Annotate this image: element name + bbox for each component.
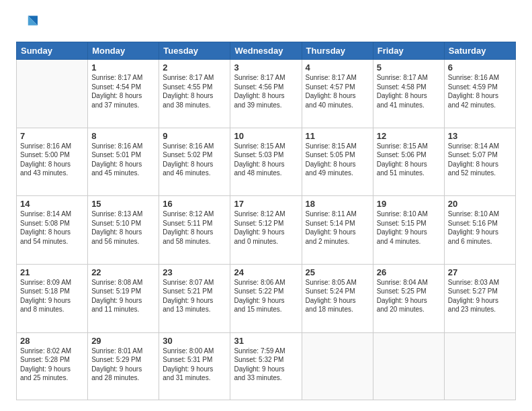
calendar-cell: [302, 332, 373, 400]
day-number: 12: [377, 131, 441, 141]
daylight-text: Daylight: 9 hours: [20, 365, 84, 374]
sunset-text: Sunset: 5:08 PM: [20, 219, 84, 228]
sunrise-text: Sunrise: 8:14 AM: [20, 210, 84, 219]
sunrise-text: Sunrise: 8:04 AM: [377, 278, 441, 287]
calendar-cell: 31Sunrise: 7:59 AMSunset: 5:32 PMDayligh…: [230, 332, 302, 400]
day-number: 9: [163, 131, 226, 141]
sunset-text: Sunset: 5:24 PM: [306, 287, 369, 296]
calendar-cell: 13Sunrise: 8:14 AMSunset: 5:07 PMDayligh…: [444, 128, 515, 196]
weekday-header-row: SundayMondayTuesdayWednesdayThursdayFrid…: [17, 42, 516, 60]
daylight-minutes-text: and 23 minutes.: [448, 305, 512, 314]
daylight-minutes-text: and 37 minutes.: [91, 101, 155, 110]
calendar-cell: 30Sunrise: 8:00 AMSunset: 5:31 PMDayligh…: [159, 332, 230, 400]
calendar-cell: 25Sunrise: 8:05 AMSunset: 5:24 PMDayligh…: [302, 264, 373, 332]
sunset-text: Sunset: 5:03 PM: [234, 150, 298, 160]
sunset-text: Sunset: 5:12 PM: [234, 219, 298, 228]
daylight-text: Daylight: 8 hours: [234, 91, 298, 101]
calendar-cell: 3Sunrise: 8:17 AMSunset: 4:56 PMDaylight…: [230, 60, 302, 128]
sunrise-text: Sunrise: 8:05 AM: [306, 278, 369, 287]
sunset-text: Sunset: 4:56 PM: [234, 83, 298, 92]
daylight-text: Daylight: 8 hours: [448, 160, 512, 169]
day-number: 2: [163, 62, 226, 73]
daylight-text: Daylight: 9 hours: [163, 296, 226, 306]
calendar-cell: 18Sunrise: 8:11 AMSunset: 5:14 PMDayligh…: [302, 196, 373, 265]
sunset-text: Sunset: 5:06 PM: [377, 150, 441, 160]
day-number: 21: [20, 267, 84, 277]
daylight-text: Daylight: 8 hours: [377, 91, 441, 101]
daylight-minutes-text: and 33 minutes.: [234, 373, 298, 383]
daylight-minutes-text: and 51 minutes.: [377, 169, 441, 178]
sunset-text: Sunset: 5:16 PM: [448, 219, 512, 228]
weekday-header-tuesday: Tuesday: [159, 42, 230, 60]
daylight-text: Daylight: 9 hours: [448, 228, 512, 237]
calendar-cell: 27Sunrise: 8:03 AMSunset: 5:27 PMDayligh…: [444, 264, 515, 332]
day-number: 23: [163, 267, 226, 277]
daylight-minutes-text: and 28 minutes.: [91, 373, 155, 383]
sunset-text: Sunset: 4:58 PM: [377, 83, 441, 92]
sunrise-text: Sunrise: 8:10 AM: [448, 210, 512, 219]
weekday-header-friday: Friday: [373, 42, 444, 60]
weekday-header-thursday: Thursday: [302, 42, 373, 60]
sunset-text: Sunset: 5:32 PM: [234, 355, 298, 365]
calendar-cell: 15Sunrise: 8:13 AMSunset: 5:10 PMDayligh…: [88, 196, 159, 265]
daylight-minutes-text: and 39 minutes.: [234, 101, 298, 110]
daylight-minutes-text: and 2 minutes.: [306, 237, 369, 246]
sunset-text: Sunset: 5:19 PM: [91, 287, 155, 296]
daylight-minutes-text: and 20 minutes.: [377, 305, 441, 314]
sunrise-text: Sunrise: 8:15 AM: [306, 142, 369, 151]
sunset-text: Sunset: 4:59 PM: [448, 83, 512, 92]
sunrise-text: Sunrise: 8:12 AM: [234, 210, 298, 219]
daylight-minutes-text: and 42 minutes.: [448, 101, 512, 110]
weekday-header-sunday: Sunday: [17, 42, 88, 60]
daylight-text: Daylight: 9 hours: [20, 296, 84, 306]
calendar-week-1: 1Sunrise: 8:17 AMSunset: 4:54 PMDaylight…: [17, 60, 516, 128]
daylight-text: Daylight: 9 hours: [234, 228, 298, 237]
sunrise-text: Sunrise: 8:16 AM: [91, 142, 155, 151]
day-number: 5: [377, 62, 441, 73]
calendar-cell: 28Sunrise: 8:02 AMSunset: 5:28 PMDayligh…: [17, 332, 88, 400]
day-number: 17: [234, 199, 298, 209]
sunset-text: Sunset: 5:28 PM: [20, 355, 84, 365]
daylight-minutes-text: and 31 minutes.: [163, 373, 226, 383]
sunset-text: Sunset: 5:00 PM: [20, 150, 84, 160]
sunset-text: Sunset: 4:55 PM: [163, 83, 226, 92]
calendar-week-3: 14Sunrise: 8:14 AMSunset: 5:08 PMDayligh…: [17, 196, 516, 265]
sunrise-text: Sunrise: 8:15 AM: [377, 142, 441, 151]
daylight-minutes-text: and 15 minutes.: [234, 305, 298, 314]
sunrise-text: Sunrise: 8:07 AM: [163, 278, 226, 287]
calendar-cell: 9Sunrise: 8:16 AMSunset: 5:02 PMDaylight…: [159, 128, 230, 196]
calendar-cell: 4Sunrise: 8:17 AMSunset: 4:57 PMDaylight…: [302, 60, 373, 128]
day-number: 19: [377, 199, 441, 209]
calendar-week-2: 7Sunrise: 8:16 AMSunset: 5:00 PMDaylight…: [17, 128, 516, 196]
sunset-text: Sunset: 5:01 PM: [91, 150, 155, 160]
calendar-cell: 12Sunrise: 8:15 AMSunset: 5:06 PMDayligh…: [373, 128, 444, 196]
daylight-text: Daylight: 8 hours: [91, 160, 155, 169]
daylight-minutes-text: and 45 minutes.: [91, 169, 155, 178]
header: [16, 13, 516, 35]
daylight-text: Daylight: 8 hours: [91, 91, 155, 101]
sunset-text: Sunset: 5:25 PM: [377, 287, 441, 296]
daylight-minutes-text: and 4 minutes.: [377, 237, 441, 246]
calendar-cell: 20Sunrise: 8:10 AMSunset: 5:16 PMDayligh…: [444, 196, 515, 265]
calendar-cell: 8Sunrise: 8:16 AMSunset: 5:01 PMDaylight…: [88, 128, 159, 196]
calendar-cell: [444, 332, 515, 400]
daylight-minutes-text: and 48 minutes.: [234, 169, 298, 178]
sunrise-text: Sunrise: 8:09 AM: [20, 278, 84, 287]
daylight-minutes-text: and 8 minutes.: [20, 305, 84, 314]
day-number: 25: [306, 267, 369, 277]
daylight-text: Daylight: 8 hours: [163, 228, 226, 237]
daylight-minutes-text: and 56 minutes.: [91, 237, 155, 246]
daylight-minutes-text: and 58 minutes.: [163, 237, 226, 246]
calendar-week-5: 28Sunrise: 8:02 AMSunset: 5:28 PMDayligh…: [17, 332, 516, 400]
calendar-cell: 19Sunrise: 8:10 AMSunset: 5:15 PMDayligh…: [373, 196, 444, 265]
daylight-minutes-text: and 18 minutes.: [306, 305, 369, 314]
sunset-text: Sunset: 5:31 PM: [163, 355, 226, 365]
calendar-cell: 11Sunrise: 8:15 AMSunset: 5:05 PMDayligh…: [302, 128, 373, 196]
calendar-cell: 29Sunrise: 8:01 AMSunset: 5:29 PMDayligh…: [88, 332, 159, 400]
calendar-cell: 23Sunrise: 8:07 AMSunset: 5:21 PMDayligh…: [159, 264, 230, 332]
day-number: 13: [448, 131, 512, 141]
sunrise-text: Sunrise: 8:14 AM: [448, 142, 512, 151]
daylight-minutes-text: and 11 minutes.: [91, 305, 155, 314]
calendar-cell: 10Sunrise: 8:15 AMSunset: 5:03 PMDayligh…: [230, 128, 302, 196]
daylight-text: Daylight: 9 hours: [91, 296, 155, 306]
